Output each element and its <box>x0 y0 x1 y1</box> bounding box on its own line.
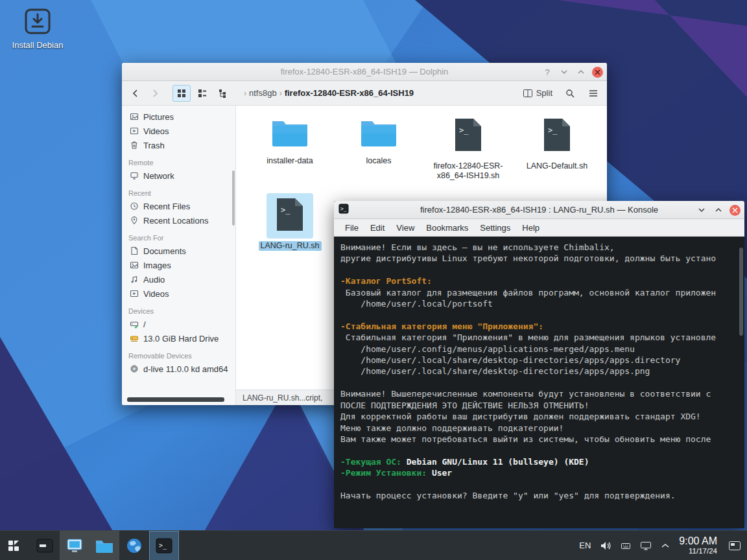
terminal-line: /home/user/.local/share/desktop-director… <box>340 366 744 377</box>
volume-button[interactable] <box>600 541 611 551</box>
image-icon <box>130 112 139 121</box>
menu-button[interactable] <box>584 84 603 102</box>
terminal-line: Стабильная категория "Приложения" в меню… <box>340 332 744 343</box>
show-desktop-icon <box>728 541 741 551</box>
digital-clock[interactable]: 9:00 AM 11/17/24 <box>679 535 717 555</box>
show-desktop-button[interactable] <box>726 533 743 559</box>
file-item-locales[interactable]: locales <box>336 113 421 166</box>
menu-help[interactable]: Help <box>516 220 545 235</box>
application-launcher-button[interactable] <box>0 531 30 560</box>
recent-files-icon <box>130 202 139 211</box>
places-item-videos[interactable]: Videos <box>122 286 235 301</box>
menu-bookmarks[interactable]: Bookmarks <box>420 220 474 235</box>
task-button-dolphin[interactable] <box>89 531 119 560</box>
maximize-button[interactable] <box>713 204 724 216</box>
tray-expander-button[interactable] <box>661 542 670 549</box>
search-button[interactable] <box>560 84 580 102</box>
keyboard-layout-indicator[interactable]: EN <box>579 541 591 550</box>
split-label: Split <box>536 88 552 98</box>
terminal-line: ПОСЛЕ ПОДТВЕРЖДЕНИЯ ЭТО ДЕЙСТВИЕ НЕЛЬЗЯ … <box>340 400 744 411</box>
places-item-videos[interactable]: Videos <box>122 124 235 138</box>
breadcrumb-item-firefox-12840-esr-x86-64-ish19[interactable]: firefox-12840-ESR-x86_64-ISH19 <box>285 88 414 98</box>
terminal-line: Базовый каталог для размещения файлов пр… <box>340 287 744 298</box>
places-item-recent-locations[interactable]: Recent Locations <box>122 213 235 228</box>
terminal-line: -Стабильная категория меню "Приложения": <box>340 321 744 332</box>
tree-view-button[interactable] <box>214 85 232 102</box>
icons-view-button[interactable] <box>172 85 191 102</box>
places-section-remote: Remote <box>122 152 235 169</box>
status-text: LANG-ru_RU.sh...cript, <box>243 393 322 402</box>
video-icon <box>130 289 139 298</box>
terminal-line: Меню также должно поддерживать подкатего… <box>340 423 744 434</box>
konsole-titlebar[interactable]: >_ firefox-12840-ESR-x86_64-ISH19 : LANG… <box>334 201 744 219</box>
input-device-button[interactable] <box>621 541 631 551</box>
task-button-settings-app[interactable] <box>60 531 89 560</box>
places-vertical-scrollbar[interactable] <box>232 170 235 226</box>
places-horizontal-scrollbar[interactable] <box>127 397 224 402</box>
split-button[interactable]: Split <box>519 86 556 100</box>
removable-drive-icon <box>130 364 139 373</box>
display-icon <box>640 541 652 551</box>
breadcrumb-item-ntfs8gb[interactable]: ntfs8gb <box>249 88 277 98</box>
task-button-konsole[interactable]: >_ <box>149 531 179 560</box>
file-item-lang-ru-ru-sh[interactable]: >_LANG-ru_RU.sh <box>247 193 333 251</box>
terminal-line <box>340 479 744 490</box>
hamburger-icon <box>588 89 599 98</box>
hard-drive-icon <box>130 334 139 343</box>
network-icon <box>130 171 139 180</box>
close-button[interactable] <box>729 205 741 216</box>
task-button-pager[interactable] <box>30 531 60 560</box>
dolphin-titlebar[interactable]: firefox-12840-ESR-x86_64-ISH19 — Dolphin… <box>122 63 607 81</box>
split-icon <box>523 89 533 98</box>
forward-button[interactable] <box>145 84 165 102</box>
terminal-line: Внимание! Если вы здесь – вы не использу… <box>340 242 744 253</box>
places-item-images[interactable]: Images <box>122 258 235 272</box>
menu-file[interactable]: File <box>339 220 364 235</box>
svg-text:>_: >_ <box>340 206 347 212</box>
places-item-audio[interactable]: Audio <box>122 272 235 286</box>
terminal-line: Начать процесс установки? Введите "y" ил… <box>340 490 744 501</box>
shell-script-icon: >_ <box>267 193 313 239</box>
places-item-documents[interactable]: Documents <box>122 244 235 258</box>
places-item-recent-files[interactable]: Recent Files <box>122 199 235 213</box>
file-label: locales <box>364 156 394 166</box>
desktop-icon-install-debian[interactable]: Install Debian <box>6 6 69 50</box>
terminal-scrollbar[interactable] <box>739 248 743 336</box>
places-section-search-for: Search For <box>122 228 235 244</box>
places-item-d-live-11-0-0-kd-amd64[interactable]: d-live 11.0.0 kd amd64 <box>122 362 235 376</box>
root-drive-icon <box>130 320 139 329</box>
help-button[interactable]: ? <box>541 66 553 78</box>
application-launcher-icon <box>6 537 23 554</box>
places-item-pictures[interactable]: Pictures <box>122 110 235 124</box>
close-button[interactable] <box>592 67 603 78</box>
breadcrumb: ›ntfs8gb›firefox-12840-ESR-x86_64-ISH19 <box>244 88 519 98</box>
minimize-button[interactable] <box>558 66 570 78</box>
file-item-lang-default-sh[interactable]: >_LANG-Default.sh <box>514 113 600 171</box>
terminal-line: Для корректной работы ваш дистрибутив до… <box>340 411 744 422</box>
terminal[interactable]: Внимание! Если вы здесь – вы не использу… <box>334 237 744 528</box>
terminal-line: /home/user/.config/menus/applications-me… <box>340 344 744 355</box>
file-item-installer-data[interactable]: installer-data <box>247 113 333 166</box>
minimize-button[interactable] <box>696 204 707 216</box>
maximize-button[interactable] <box>575 66 587 78</box>
places-item-item[interactable]: / <box>122 317 235 331</box>
svg-text:>_: >_ <box>548 126 558 135</box>
menu-view[interactable]: View <box>390 220 420 235</box>
task-button-browser[interactable] <box>119 531 149 560</box>
menu-settings[interactable]: Settings <box>474 220 516 235</box>
terminal-line <box>340 264 744 275</box>
places-item-13-0-gib-hard-drive[interactable]: 13.0 GiB Hard Drive <box>122 331 235 345</box>
details-view-button[interactable] <box>193 85 211 102</box>
folder-icon <box>262 113 318 154</box>
video-icon <box>130 126 139 135</box>
menu-edit[interactable]: Edit <box>364 220 390 235</box>
display-button[interactable] <box>640 541 652 551</box>
places-item-network[interactable]: Network <box>122 169 235 183</box>
keyboard-icon <box>621 541 631 551</box>
recent-locations-icon <box>130 216 139 225</box>
file-item-firefox-12840-esr-x86-64-ish19-sh[interactable]: >_firefox-12840-ESR-x86_64-ISH19.sh <box>425 113 511 181</box>
svg-text:>_: >_ <box>159 542 167 550</box>
back-button[interactable] <box>126 84 145 102</box>
konsole-menubar: FileEditViewBookmarksSettingsHelp <box>334 219 744 237</box>
places-item-trash[interactable]: Trash <box>122 138 235 152</box>
